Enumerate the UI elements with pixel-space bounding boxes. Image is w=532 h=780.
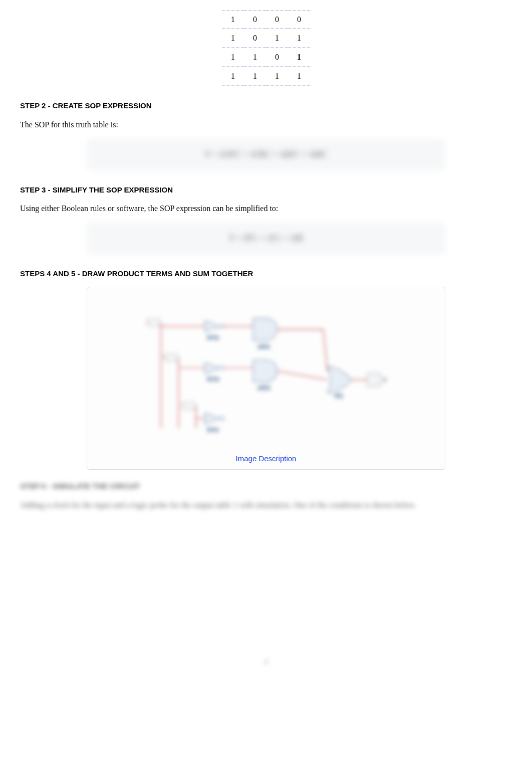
svg-text:NOTc: NOTc xyxy=(207,427,218,433)
step6-heading: STEP 6 - SIMULATE THE CIRCUIT xyxy=(20,481,512,492)
truth-table: 1 0 0 0 1 0 1 1 1 1 0 1 1 1 1 1 xyxy=(222,10,310,86)
cell: 1 xyxy=(288,29,310,48)
page-number: 2 xyxy=(20,657,512,667)
svg-marker-19 xyxy=(204,413,220,424)
step4-5-heading: STEPS 4 AND 5 - DRAW PRODUCT TERMS AND S… xyxy=(20,268,512,280)
svg-text:AND1: AND1 xyxy=(257,343,270,349)
circuit-diagram: A B C NOTa NOTb xyxy=(105,305,427,449)
svg-text:NOTa: NOTa xyxy=(207,335,219,340)
image-description-link[interactable]: Image Description xyxy=(105,453,427,465)
svg-text:Y: Y xyxy=(383,377,386,383)
cell: 1 xyxy=(222,10,244,29)
svg-text:A: A xyxy=(145,319,148,324)
svg-rect-7 xyxy=(183,402,195,410)
cell: 1 xyxy=(288,48,310,67)
svg-text:B: B xyxy=(162,354,165,359)
circuit-diagram-container: A B C NOTa NOTb xyxy=(87,287,446,470)
table-row: 1 1 1 1 xyxy=(222,67,310,86)
svg-line-29 xyxy=(323,329,328,372)
step3-heading: STEP 3 - SIMPLIFY THE SOP EXPRESSION xyxy=(20,184,512,196)
cell: 1 xyxy=(244,48,266,67)
table-row: 1 1 0 1 xyxy=(222,48,310,67)
step2-text: The SOP for this truth table is: xyxy=(20,119,512,131)
cell: 0 xyxy=(266,48,288,67)
svg-rect-5 xyxy=(165,353,178,361)
svg-marker-14 xyxy=(204,362,220,373)
cell: 1 xyxy=(288,67,310,86)
step6-text: Adding a clock for the input and a logic… xyxy=(20,499,512,511)
svg-point-20 xyxy=(220,417,224,420)
table-row: 1 0 1 1 xyxy=(222,29,310,48)
step3-formula: Y = B'C + A'C + AB xyxy=(87,223,446,254)
cell: 1 xyxy=(266,29,288,48)
svg-text:C: C xyxy=(180,403,183,408)
svg-marker-9 xyxy=(204,320,220,332)
cell: 0 xyxy=(244,10,266,29)
cell: 0 xyxy=(266,10,288,29)
step3-text: Using either Boolean rules or software, … xyxy=(20,203,512,215)
svg-point-15 xyxy=(220,366,224,369)
svg-text:OR1: OR1 xyxy=(334,393,343,398)
svg-line-30 xyxy=(277,371,328,380)
svg-point-10 xyxy=(220,324,224,328)
svg-rect-3 xyxy=(148,318,160,326)
cell: 1 xyxy=(222,29,244,48)
svg-text:NOTb: NOTb xyxy=(207,376,219,382)
table-row: 1 0 0 0 xyxy=(222,10,310,29)
svg-text:AND2: AND2 xyxy=(257,385,270,391)
cell: 1 xyxy=(222,67,244,86)
cell: 1 xyxy=(266,67,288,86)
step2-formula: Y = A'B'C + A'BC + AB'C + ABC xyxy=(87,139,446,170)
step2-heading: STEP 2 - CREATE SOP EXPRESSION xyxy=(20,100,512,112)
cell: 1 xyxy=(244,67,266,86)
cell: 0 xyxy=(244,29,266,48)
cell: 0 xyxy=(288,10,310,29)
cell: 1 xyxy=(222,48,244,67)
svg-rect-26 xyxy=(367,373,380,386)
